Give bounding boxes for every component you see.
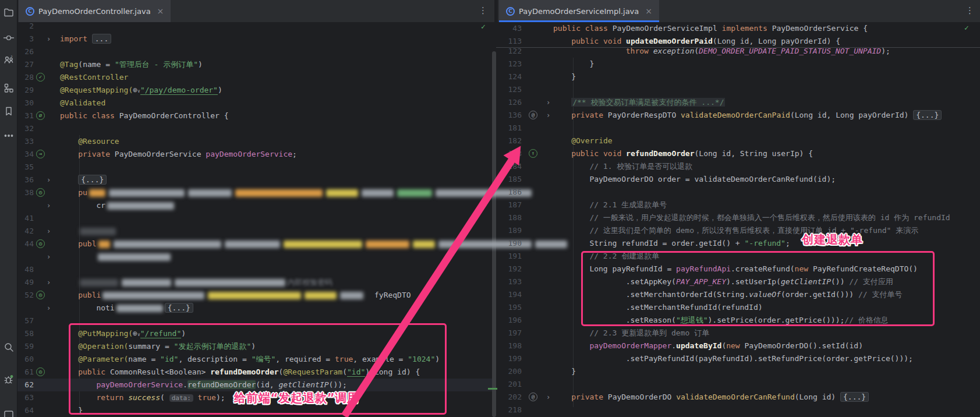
code-line[interactable]: 内部校验密码 bbox=[78, 276, 332, 289]
bookmarks-icon[interactable] bbox=[2, 105, 15, 118]
code-line[interactable]: @RequestMapping(⊕∨"/pay/demo-order") bbox=[60, 84, 222, 97]
code-line[interactable]: @Override bbox=[571, 135, 612, 147]
project-folder-icon[interactable] bbox=[2, 6, 15, 19]
line-number[interactable]: 181 bbox=[494, 122, 522, 135]
fold-chevron-icon[interactable]: › bbox=[47, 250, 51, 263]
code-line[interactable]: public void updateDemoOrderPaid(Long id,… bbox=[571, 35, 840, 48]
fold-chevron-icon[interactable]: › bbox=[47, 276, 51, 289]
kebab-menu-icon[interactable]: ⋮ bbox=[479, 5, 487, 16]
fold-chevron-icon[interactable]: › bbox=[546, 109, 550, 122]
gutter-marker-icon[interactable]: ↑ bbox=[529, 149, 537, 158]
close-icon[interactable]: × bbox=[157, 6, 164, 16]
code-line[interactable]: // 2.3 更新退款单到 demo 订单 bbox=[589, 327, 709, 340]
line-number[interactable]: 43 bbox=[494, 22, 522, 35]
code-line[interactable]: } bbox=[571, 70, 576, 83]
gutter-marker-icon[interactable]: ✓ bbox=[36, 73, 45, 82]
code-line[interactable]: @Tag(name = "管理后台 - 示例订单") bbox=[60, 58, 203, 71]
search-icon[interactable] bbox=[2, 341, 15, 354]
fold-chevron-icon[interactable]: › bbox=[47, 33, 51, 45]
sticky-lines-header[interactable]: 43public class PayDemoOrderServiceImpl i… bbox=[496, 22, 980, 48]
terminal-icon-partial[interactable] bbox=[2, 409, 15, 417]
code-line[interactable]: @Resource bbox=[78, 135, 119, 148]
line-number[interactable]: 195 bbox=[494, 301, 522, 314]
code-line[interactable]: // 2.1 生成退款单号 bbox=[589, 199, 667, 211]
gutter-marker-icon[interactable]: ∅ bbox=[36, 111, 45, 120]
line-number[interactable]: 197 bbox=[494, 327, 522, 340]
gutter-marker-icon[interactable]: → bbox=[36, 150, 45, 158]
code-line[interactable]: cr bbox=[96, 199, 176, 212]
kebab-menu-icon[interactable]: ⋮ bbox=[965, 5, 974, 16]
scrollbar-thumb[interactable] bbox=[492, 51, 496, 417]
line-number[interactable]: 190 bbox=[494, 237, 522, 250]
more-tools-icon[interactable] bbox=[2, 129, 15, 142]
line-number[interactable]: 202 bbox=[494, 391, 522, 404]
code-line[interactable] bbox=[96, 250, 172, 263]
code-line[interactable]: // 1. 校验订单是否可以退款 bbox=[589, 160, 692, 173]
code-line[interactable]: @Validated bbox=[60, 97, 105, 109]
code-token: // 2.1 生成退款单号 bbox=[589, 200, 667, 209]
line-number[interactable]: 191 bbox=[494, 250, 522, 263]
code-line[interactable]: import ... bbox=[60, 33, 111, 45]
line-number[interactable]: 187 bbox=[494, 199, 522, 211]
line-number[interactable]: 198 bbox=[494, 340, 522, 352]
code-line[interactable]: noti{...} bbox=[96, 302, 193, 314]
code-line[interactable] bbox=[78, 225, 118, 238]
line-number[interactable]: 218 bbox=[494, 404, 522, 416]
code-line[interactable]: private PayDemoOrderService payDemoOrder… bbox=[78, 148, 297, 161]
line-number[interactable]: 199 bbox=[494, 352, 522, 365]
fold-chevron-icon[interactable]: › bbox=[546, 391, 550, 404]
problems-bug-icon[interactable] bbox=[2, 373, 15, 386]
code-line[interactable]: String refundId = order.getId() + "-refu… bbox=[589, 237, 790, 250]
line-number[interactable]: 196 bbox=[494, 314, 522, 327]
code-line[interactable]: // 一般来说，用户发起退款的时候，都会单独插入一个售后维权表，然后使用该表的 … bbox=[589, 211, 950, 224]
code-line[interactable]: } bbox=[571, 365, 576, 378]
line-number[interactable]: 136 bbox=[494, 109, 522, 122]
code-line[interactable]: pu bbox=[78, 186, 533, 199]
line-number[interactable]: 124 bbox=[494, 70, 522, 83]
commit-icon[interactable] bbox=[2, 31, 15, 44]
code-line[interactable]: private PayDemoOrderDO validateDemoOrder… bbox=[571, 391, 869, 404]
code-line[interactable]: .setPayRefundId(payRefundId).setRefundPr… bbox=[626, 352, 913, 365]
gutter-marker-icon[interactable]: ◎ bbox=[36, 188, 45, 197]
line-number[interactable]: 188 bbox=[494, 211, 522, 224]
code-line[interactable]: /** 校验交易订单满足被支付的条件 ...*/ bbox=[571, 96, 725, 109]
tab-paydemoordercontroller[interactable]: C PayDemoOrderController.java × bbox=[19, 0, 171, 22]
close-icon[interactable]: × bbox=[645, 6, 652, 16]
code-line[interactable]: } bbox=[589, 58, 594, 70]
code-line[interactable]: @RestController bbox=[60, 71, 128, 84]
line-number[interactable]: 193 bbox=[494, 275, 522, 288]
fold-chevron-icon[interactable]: › bbox=[47, 174, 51, 186]
line-number[interactable]: 126 bbox=[494, 96, 522, 109]
code-line[interactable]: public void refundDemoOrder(Long id, Str… bbox=[571, 147, 813, 160]
pull-requests-icon[interactable]: ? bbox=[2, 54, 15, 66]
fold-chevron-icon[interactable]: › bbox=[47, 302, 51, 314]
line-number[interactable]: 194 bbox=[494, 288, 522, 301]
line-number[interactable]: 192 bbox=[494, 263, 522, 275]
gutter-marker-icon[interactable]: ◎ bbox=[36, 291, 45, 299]
inspections-ok-icon[interactable]: ✓ bbox=[964, 23, 969, 32]
code-line[interactable]: {...} bbox=[78, 174, 107, 186]
gutter-marker-icon[interactable]: ◎ bbox=[36, 367, 45, 376]
tab-paydemoorderserviceimpl[interactable]: C PayDemoOrderServiceImpl.java × bbox=[499, 0, 659, 22]
structure-icon[interactable] bbox=[2, 82, 15, 94]
annotated-method-icon[interactable]: @ bbox=[529, 393, 537, 401]
line-number[interactable]: 113 bbox=[494, 35, 522, 48]
line-number[interactable]: 123 bbox=[494, 58, 522, 70]
code-line[interactable]: public class PayDemoOrderServiceImpl imp… bbox=[553, 22, 868, 35]
fold-chevron-icon[interactable]: › bbox=[47, 225, 51, 238]
inspections-ok-icon[interactable]: ✓ bbox=[481, 22, 486, 31]
line-number[interactable]: 125 bbox=[494, 83, 522, 96]
code-line[interactable]: private PayOrderRespDTO validateDemoOrde… bbox=[571, 109, 942, 122]
code-line[interactable]: // 这里我们是个简单的 demo，所以没有售后维权表，直接使用订单 id + … bbox=[589, 224, 918, 237]
annotated-method-icon[interactable]: @ bbox=[529, 111, 537, 119]
code-line[interactable]: PayDemoOrderDO order = validateDemoOrder… bbox=[589, 173, 836, 186]
line-number[interactable]: 189 bbox=[494, 224, 522, 237]
code-line[interactable]: publi fyReqDTO bbox=[78, 289, 411, 302]
fold-chevron-icon[interactable]: › bbox=[47, 199, 51, 212]
line-number[interactable]: 200 bbox=[494, 365, 522, 378]
fold-chevron-icon[interactable]: › bbox=[546, 96, 550, 109]
code-line[interactable]: public class PayDemoOrderController { bbox=[60, 109, 229, 122]
gutter-marker-icon[interactable]: ◎ bbox=[36, 239, 45, 248]
line-number[interactable]: 201 bbox=[494, 378, 522, 391]
code-line[interactable]: payDemoOrderMapper.updateById(new PayDem… bbox=[589, 340, 863, 352]
